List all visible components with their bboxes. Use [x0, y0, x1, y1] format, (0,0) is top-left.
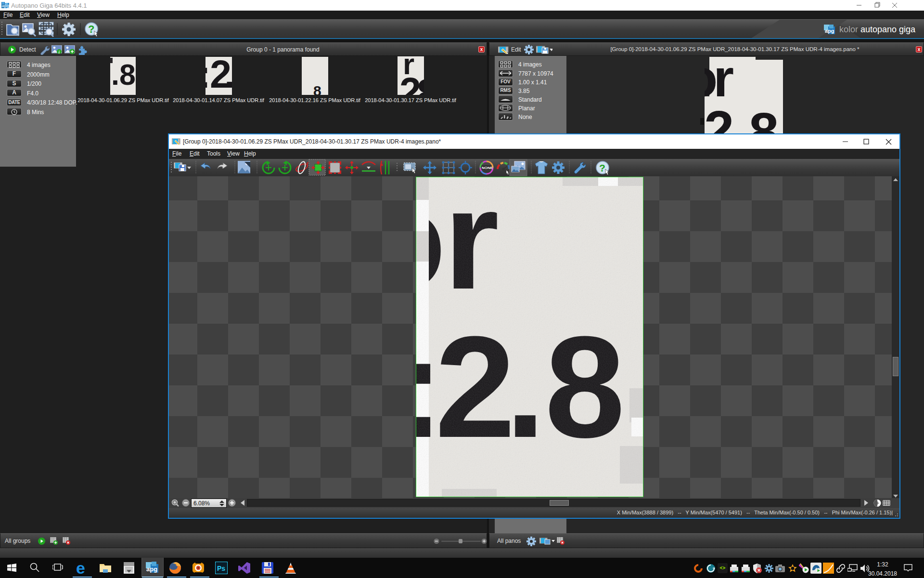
svg-text:apg: apg: [825, 28, 834, 34]
svg-text:apg: apg: [146, 565, 157, 573]
svg-text:?: ?: [599, 162, 605, 173]
svg-text:apg: apg: [2, 3, 10, 8]
svg-text:Ps: Ps: [217, 565, 225, 572]
svg-text:?: ?: [88, 23, 94, 35]
svg-text:NONE: NONE: [482, 166, 493, 170]
